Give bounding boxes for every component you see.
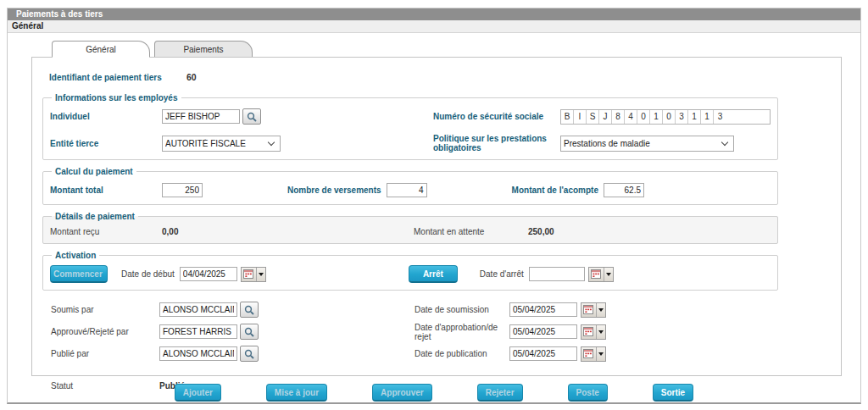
post-button[interactable]: Poste [568,384,608,402]
calendar-icon [583,305,593,314]
published-row: Publié par Date de publication [51,345,829,363]
exit-button[interactable]: Sortie [653,384,693,402]
activation-legend: Activation [52,251,99,260]
ssn-label: Numéro de sécurité sociale [433,112,560,121]
search-icon [247,112,257,122]
calendar-icon [243,269,253,279]
menu-item-general[interactable]: Général [12,21,43,30]
policy-select[interactable]: Prestations de maladie [560,136,734,152]
submitted-by-label: Soumis par [51,305,159,314]
submitted-by-input[interactable] [159,302,237,317]
publication-date-label: Date de publication [415,349,509,358]
policy-label: Politique sur les prestations obligatoir… [433,134,560,152]
tab-bar: Général Paiements [52,41,860,57]
search-icon [244,349,254,359]
payment-id-label: Identifiant de paiement tiers [49,73,168,82]
individual-input[interactable] [162,109,240,124]
submission-date-input[interactable] [509,302,577,317]
publication-date-calendar-button[interactable] [581,346,606,362]
total-amount-input[interactable] [162,183,203,197]
approval-date-label: Date d'approbation/de rejet [415,323,509,341]
payment-calculation-legend: Calcul du paiement [52,167,136,176]
installments-label: Nombre de versements [287,186,381,195]
calendar-icon [583,349,593,358]
calendar-dropdown-arrow [596,347,605,361]
approve-button[interactable]: Approuver [372,384,432,402]
add-button[interactable]: Ajouter [175,384,221,402]
stop-date-calendar-button[interactable] [588,267,614,282]
employee-info-legend: Informations sur les employés [52,93,181,102]
third-party-label: Entité tierce [50,139,162,148]
ssn-field[interactable]: B I S J 8 4 0 1 0 3 1 1 3 [560,109,771,125]
payment-calculation-section: Calcul du paiement Montant total Nombre … [42,167,778,205]
ssn-char: 1 [701,110,714,124]
published-by-label: Publié par [51,349,159,358]
approved-row: Approuvé/Rejeté par Date d'approbation/d… [51,323,829,341]
status-label: Statut [51,381,159,391]
stop-date-label: Date d'arrêt [480,269,524,279]
submission-date-label: Date de soumission [415,305,509,314]
individual-search-button[interactable] [242,108,261,125]
installment-amount-input[interactable] [604,183,644,197]
payment-id-row: Identifiant de paiement tiers 60 [49,72,829,82]
published-by-search-button[interactable] [240,346,259,362]
calendar-icon [591,269,601,279]
ssn-char: 4 [625,110,637,124]
search-icon [244,305,254,315]
tab-paiements[interactable]: Paiements [154,41,253,57]
calendar-dropdown-arrow [256,268,265,281]
publication-date-input[interactable] [509,346,577,361]
tab-general[interactable]: Général [52,41,150,57]
ssn-char: 3 [676,110,688,124]
approved-by-search-button[interactable] [240,324,259,340]
stop-date-input[interactable] [529,267,585,281]
ssn-char: 1 [688,110,701,124]
amount-received-label: Montant reçu [50,227,162,236]
stop-button[interactable]: Arrêt [409,265,458,283]
calendar-dropdown-arrow [596,325,605,339]
ssn-char: S [587,110,599,124]
approved-by-input[interactable] [159,324,237,339]
approved-by-label: Approuvé/Rejeté par [51,327,159,336]
calendar-dropdown-arrow [604,268,613,281]
ssn-char: J [599,110,612,124]
reject-button[interactable]: Rejeter [477,384,523,402]
employee-info-section: Informations sur les employés Individuel… [42,93,778,160]
submitted-row: Soumis par Date de soumission [51,301,829,319]
payment-id-value: 60 [186,72,197,82]
ssn-char: 0 [637,110,650,124]
total-amount-label: Montant total [50,186,162,195]
window-title: Paiements à des tiers [8,8,860,20]
app-window: Paiements à des tiers Général Général Pa… [7,8,861,404]
start-date-input[interactable] [180,267,237,281]
amount-received-value: 0,00 [162,227,414,236]
start-date-label: Date de début [121,269,175,279]
calendar-icon [583,327,593,336]
approval-date-calendar-button[interactable] [581,324,606,340]
ssn-char: B [561,110,574,124]
amount-pending-label: Montant en attente [414,227,528,236]
ssn-char: 3 [714,110,726,124]
menu-bar: Général [8,20,860,33]
submission-date-calendar-button[interactable] [581,302,606,318]
start-button[interactable]: Commencer [50,265,108,283]
payment-details-legend: Détails de paiement [52,212,138,221]
installment-amount-label: Montant de l'acompte [512,186,598,195]
form-panel: Identifiant de paiement tiers 60 Informa… [31,57,842,376]
workflow-rows: Soumis par Date de soumission Approuvé/R… [51,301,829,363]
submitted-by-search-button[interactable] [240,302,259,318]
update-button[interactable]: Mise à jour [266,384,327,402]
published-by-input[interactable] [159,346,237,361]
calendar-dropdown-arrow [596,303,605,317]
ssn-char: 8 [612,110,625,124]
installments-input[interactable] [387,183,427,197]
approval-date-input[interactable] [509,324,577,339]
activation-section: Activation Commencer Date de début Arrêt… [42,251,778,291]
content-area: Général Paiements Identifiant de paiemen… [8,33,860,402]
start-date-calendar-button[interactable] [241,267,266,282]
individual-label: Individuel [50,112,162,121]
amount-pending-value: 250,00 [528,227,554,236]
ssn-char: 0 [663,110,676,124]
third-party-select[interactable]: AUTORITÉ FISCALE [162,136,281,152]
search-icon [244,327,254,337]
